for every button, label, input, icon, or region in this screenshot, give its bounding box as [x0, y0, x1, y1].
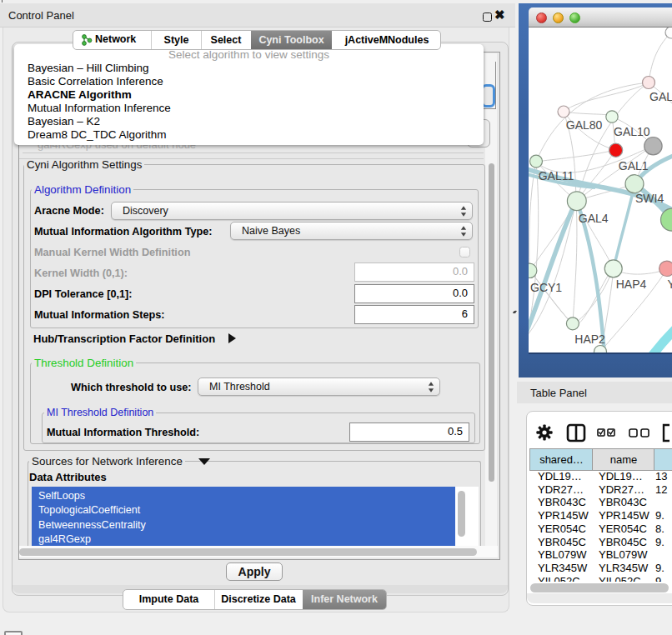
svg-text:GCY1: GCY1 [530, 281, 562, 294]
svg-text:HAP4: HAP4 [616, 278, 647, 291]
svg-text:GAL80: GAL80 [566, 118, 603, 132]
svg-text:GAL4: GAL4 [579, 212, 609, 225]
svg-text:GAL: GAL [649, 90, 672, 103]
svg-text:SWI4: SWI4 [635, 192, 664, 205]
svg-text:GAL10: GAL10 [614, 125, 650, 138]
svg-text:HAP2: HAP2 [574, 332, 605, 346]
svg-text:GAL1: GAL1 [619, 159, 649, 172]
svg-text:GAL11: GAL11 [539, 169, 574, 182]
svg-text:Y: Y [668, 278, 672, 291]
